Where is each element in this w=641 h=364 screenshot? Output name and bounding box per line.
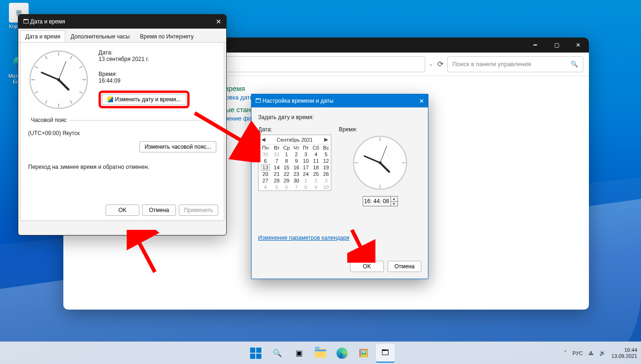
- chevron-down-icon[interactable]: ⌄: [429, 61, 433, 67]
- calendar-day[interactable]: 26: [321, 171, 331, 177]
- calendar-day[interactable]: 6: [281, 184, 291, 190]
- time-spinner[interactable]: ▲▼: [390, 197, 397, 206]
- calendar-settings-link[interactable]: Изменение параметров календаря: [258, 235, 350, 241]
- calendar-day[interactable]: 16: [292, 164, 301, 171]
- time-label: Время:: [339, 126, 421, 133]
- calendar-day[interactable]: 21: [272, 171, 281, 177]
- calendar-day[interactable]: 11: [311, 158, 321, 164]
- tab-internet-time[interactable]: Время по Интернету: [135, 30, 198, 42]
- calendar-day[interactable]: 23: [292, 171, 301, 177]
- ok-button[interactable]: OK: [106, 205, 139, 216]
- calendar-day[interactable]: 3: [301, 151, 311, 158]
- cancel-button[interactable]: Отмена: [142, 205, 176, 216]
- tray-language[interactable]: РУС: [572, 350, 583, 356]
- calendar-day[interactable]: 2: [292, 151, 301, 158]
- time-value: 16:44:09: [99, 77, 190, 84]
- shield-icon: [107, 97, 113, 102]
- calendar-day[interactable]: 9: [292, 158, 301, 164]
- cancel-button[interactable]: Отмена: [388, 261, 421, 272]
- calendar-day[interactable]: 17: [301, 164, 311, 171]
- window-title: Дата и время: [30, 18, 65, 25]
- task-view-button[interactable]: ▣: [290, 344, 308, 363]
- taskbar-control-panel[interactable]: 🗔: [376, 344, 395, 363]
- tab-additional-clocks[interactable]: Дополнительные часы: [65, 30, 135, 42]
- taskbar-edge[interactable]: [333, 344, 351, 363]
- calendar-day[interactable]: 8: [281, 158, 291, 164]
- calendar-day[interactable]: 13: [259, 164, 272, 171]
- dst-note: Переход на зимнее время и обратно отмене…: [28, 164, 216, 170]
- highlight-annotation: Изменить дату и время...: [99, 91, 190, 108]
- calendar-day[interactable]: 20: [259, 171, 272, 177]
- calendar-day[interactable]: 5: [272, 184, 281, 190]
- calendar-day[interactable]: 4: [259, 184, 272, 190]
- category-heading: Дата и время: [201, 84, 578, 92]
- calendar-day[interactable]: 18: [311, 164, 321, 171]
- analog-clock: [339, 135, 421, 192]
- calendar-day[interactable]: 31: [272, 151, 281, 158]
- close-button[interactable]: ✕: [216, 18, 221, 25]
- calendar-day[interactable]: 29: [281, 177, 291, 184]
- cal-prev-button[interactable]: ◀: [260, 136, 266, 143]
- cal-next-button[interactable]: ▶: [323, 136, 329, 143]
- time-input[interactable]: ▲▼: [363, 196, 398, 206]
- calendar-day[interactable]: 1: [301, 177, 311, 184]
- change-timezone-button[interactable]: Изменить часовой пояс...: [139, 141, 216, 152]
- refresh-icon[interactable]: ⟳: [437, 60, 443, 68]
- calendar-day[interactable]: 25: [311, 171, 321, 177]
- calendar-day[interactable]: 28: [272, 177, 281, 184]
- calendar-day[interactable]: 1: [281, 151, 291, 158]
- calendar-day[interactable]: 12: [321, 158, 331, 164]
- svg-point-16: [57, 78, 61, 82]
- date-label: Дата:: [258, 126, 331, 133]
- calendar-day[interactable]: 27: [259, 177, 272, 184]
- taskbar-explorer[interactable]: [311, 344, 330, 363]
- calendar-day[interactable]: 7: [292, 184, 301, 190]
- calendar-day[interactable]: 22: [281, 171, 291, 177]
- date-time-dialog: 🗔 Дата и время ✕ Дата и время Дополнител…: [18, 14, 227, 235]
- calendar-day[interactable]: 4: [311, 151, 321, 158]
- calendar-day[interactable]: 24: [301, 171, 311, 177]
- search-input[interactable]: Поиск в панели управления 🔍: [447, 56, 583, 72]
- tray-clock[interactable]: 16:44 13.09.2021: [611, 347, 637, 359]
- maximize-button[interactable]: ▢: [546, 38, 567, 53]
- calendar-day[interactable]: 19: [321, 164, 331, 171]
- calendar-day[interactable]: 10: [321, 184, 331, 190]
- calendar-day[interactable]: 8: [301, 184, 311, 190]
- tray-volume-icon[interactable]: 🔊: [599, 350, 606, 356]
- set-time-dialog: 🗔 Настройка времени и даты ✕ Задать дату…: [251, 94, 428, 279]
- calendar-day[interactable]: 30: [292, 177, 301, 184]
- close-button[interactable]: ✕: [419, 98, 424, 105]
- window-title: Настройка времени и даты: [262, 98, 333, 104]
- close-button[interactable]: ✕: [567, 38, 589, 53]
- minimize-button[interactable]: ━: [524, 38, 546, 53]
- calendar[interactable]: ◀ Сентябрь 2021 ▶ ПнВтСрЧтПтСбВс30311234…: [258, 135, 331, 191]
- cal-month-label: Сентябрь 2021: [277, 137, 313, 143]
- tray-time: 16:44: [611, 347, 637, 353]
- tab-date-time[interactable]: Дата и время: [20, 30, 65, 42]
- calendar-day[interactable]: 6: [259, 158, 272, 164]
- taskbar-app[interactable]: 🖼️: [354, 344, 373, 363]
- dialog-heading: Задать дату и время:: [258, 114, 421, 121]
- time-field[interactable]: [363, 198, 390, 205]
- ok-button[interactable]: OK: [350, 261, 384, 272]
- calendar-day[interactable]: 14: [272, 164, 281, 171]
- apply-button[interactable]: Применить: [179, 205, 218, 216]
- time-label: Время:: [99, 71, 190, 77]
- taskbar-search-button[interactable]: 🔍: [268, 344, 287, 363]
- date-label: Дата:: [99, 49, 190, 56]
- tray-network-icon[interactable]: 🖧: [588, 350, 594, 356]
- start-button[interactable]: [246, 344, 265, 363]
- calendar-day[interactable]: 7: [272, 158, 281, 164]
- window-icon: 🗔: [255, 98, 261, 104]
- calendar-day[interactable]: 5: [321, 151, 331, 158]
- calendar-day[interactable]: 3: [321, 177, 331, 184]
- svg-point-25: [379, 161, 382, 164]
- calendar-day[interactable]: 30: [259, 151, 272, 158]
- change-date-time-button[interactable]: Изменить дату и время...: [102, 94, 186, 105]
- system-tray[interactable]: ˄ РУС 🖧 🔊 16:44 13.09.2021: [564, 347, 637, 359]
- calendar-day[interactable]: 9: [311, 184, 321, 190]
- calendar-day[interactable]: 10: [301, 158, 311, 164]
- calendar-day[interactable]: 15: [281, 164, 291, 171]
- calendar-day[interactable]: 2: [311, 177, 321, 184]
- tray-chevron-icon[interactable]: ˄: [564, 350, 567, 356]
